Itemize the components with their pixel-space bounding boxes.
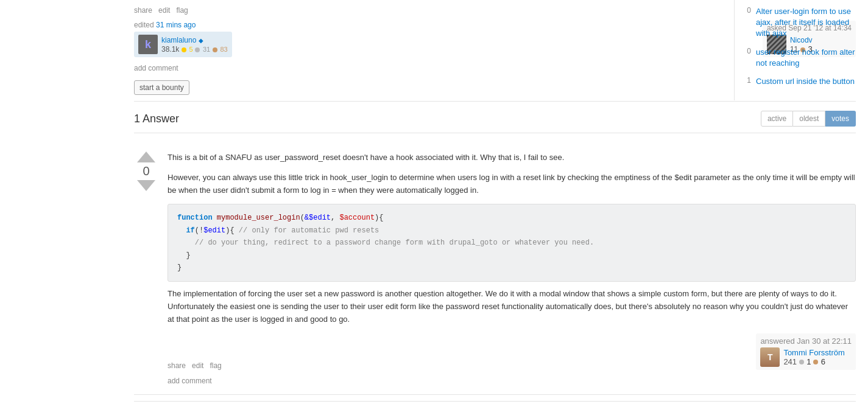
answerer-rep: 241 bbox=[783, 357, 797, 366]
answer-edit-link[interactable]: edit bbox=[192, 361, 203, 370]
sort-tab-active[interactable]: active bbox=[761, 111, 793, 127]
editor-diamond: ◆ bbox=[199, 37, 203, 44]
edited-label: edited bbox=[134, 21, 154, 29]
editor-rep: 38.1k bbox=[161, 45, 179, 54]
code-line-3: // do your thing, redirect to a password… bbox=[177, 237, 846, 249]
sidebar-count-0: 0 bbox=[744, 6, 751, 15]
answer-text-3: The implementation of forcing the user s… bbox=[168, 288, 856, 326]
answerer-details: Tommi Forsström 241 1 6 bbox=[783, 348, 844, 366]
editor-card: k kiamlaluno ◆ 38.1k 5 31 bbox=[134, 32, 232, 57]
code-line-1: function mymodule_user_login(&$edit, $ac… bbox=[177, 212, 846, 224]
sidebar-count-2: 1 bbox=[744, 76, 751, 85]
edit-link[interactable]: edit bbox=[158, 6, 170, 15]
answer-footer: share edit flag answered Jan 30 at 22:11… bbox=[168, 333, 856, 370]
gold-dot bbox=[182, 47, 186, 52]
answer-add-comment-link[interactable]: add comment bbox=[168, 377, 212, 385]
vote-up-button[interactable] bbox=[137, 152, 155, 162]
editor-bronze: 83 bbox=[220, 46, 227, 53]
editor-gold: 5 bbox=[189, 46, 193, 53]
start-bounty-button[interactable]: start a bounty bbox=[134, 80, 189, 95]
sidebar-link-0[interactable]: Alter user-login form to use ajax, after… bbox=[756, 6, 859, 40]
sidebar-count-1: 0 bbox=[744, 47, 751, 55]
answerer-bronze: 6 bbox=[821, 357, 825, 366]
answer-actions: share edit flag bbox=[168, 361, 222, 370]
vote-count: 0 bbox=[143, 164, 149, 178]
answerer-name[interactable]: Tommi Forsström bbox=[783, 348, 844, 357]
sidebar-item-0: 0 Alter user-login form to use ajax, aft… bbox=[744, 6, 859, 40]
answered-label: answered Jan 30 at 22:11 bbox=[760, 336, 852, 346]
editor-silver: 31 bbox=[203, 46, 210, 53]
answerer-card: answered Jan 30 at 22:11 T Tommi Forsstr… bbox=[756, 333, 856, 370]
answer-body: This is a bit of a SNAFU as user_passwor… bbox=[168, 152, 856, 385]
answerer-avatar: T bbox=[760, 347, 780, 367]
sidebar-item-2: 1 Custom url inside the button bbox=[744, 76, 859, 87]
vote-cell: 0 bbox=[134, 152, 158, 385]
code-line-4: } bbox=[177, 249, 846, 262]
add-comment-link[interactable]: add comment bbox=[134, 64, 178, 72]
answerer-info: answered Jan 30 at 22:11 T Tommi Forsstr… bbox=[760, 336, 852, 367]
code-block: function mymodule_user_login(&$edit, $ac… bbox=[168, 204, 856, 282]
answers-header: 1 Answer active oldest votes bbox=[134, 111, 856, 133]
answer-text-2: However, you can always use this little … bbox=[168, 172, 856, 197]
answer-comment-area: add comment bbox=[168, 376, 856, 385]
editor-info: kiamlaluno ◆ 38.1k 5 31 83 bbox=[161, 35, 228, 54]
sort-tab-votes[interactable]: votes bbox=[825, 111, 856, 127]
answer-share-link[interactable]: share bbox=[168, 361, 186, 370]
edited-info: edited 31 mins ago bbox=[134, 21, 232, 29]
bronze-dot bbox=[213, 47, 217, 52]
code-line-2: if(!$edit){ // only for automatic pwd re… bbox=[177, 225, 846, 237]
editor-name[interactable]: kiamlaluno bbox=[161, 36, 196, 44]
answerer-bronze-dot bbox=[813, 360, 818, 364]
answerer-silver: 1 bbox=[806, 357, 811, 366]
answer-item: 0 This is a bit of a SNAFU as user_passw… bbox=[134, 142, 856, 395]
sidebar-link-2[interactable]: Custom url inside the button bbox=[756, 76, 855, 87]
answer-flag-link[interactable]: flag bbox=[210, 361, 221, 370]
sort-tab-oldest[interactable]: oldest bbox=[793, 111, 825, 127]
sidebar-item-1: 0 user register hook form alter not reac… bbox=[744, 47, 859, 69]
answer-text-1: This is a bit of a SNAFU as user_passwor… bbox=[168, 152, 856, 164]
sidebar-link-1[interactable]: user register hook form alter not reachi… bbox=[756, 47, 859, 69]
editor-avatar: k bbox=[138, 35, 158, 54]
flag-link[interactable]: flag bbox=[176, 6, 188, 15]
answerer-silver-dot bbox=[799, 360, 804, 364]
code-line-5: } bbox=[177, 262, 846, 274]
sidebar: 0 Alter user-login form to use ajax, aft… bbox=[734, 0, 868, 100]
share-link[interactable]: share bbox=[134, 6, 152, 15]
silver-dot bbox=[195, 47, 200, 52]
answers-count: 1 Answer bbox=[134, 113, 179, 125]
sort-tabs: active oldest votes bbox=[761, 111, 856, 127]
vote-down-button[interactable] bbox=[137, 180, 155, 191]
edited-time[interactable]: 31 mins ago bbox=[156, 21, 196, 29]
